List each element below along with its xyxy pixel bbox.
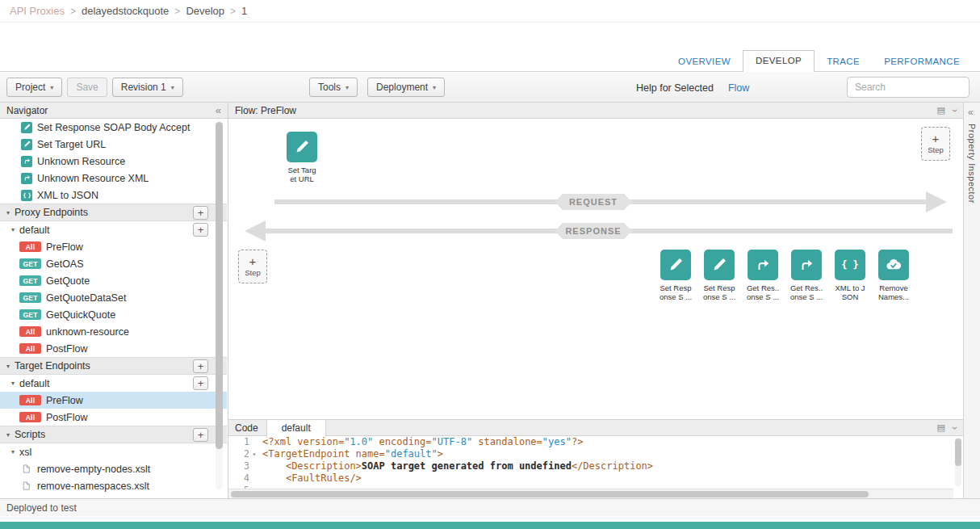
- nav-section-scripts[interactable]: ▾Scripts+: [0, 426, 227, 443]
- nav-flow-postflow[interactable]: AllPostFlow: [0, 340, 227, 357]
- code-tab-default[interactable]: default: [266, 420, 326, 437]
- response-label: RESPONSE: [555, 223, 632, 239]
- add-button[interactable]: +: [193, 376, 208, 390]
- property-inspector-label: Property Inspector: [967, 124, 977, 204]
- nav-flow-getquotedataset[interactable]: GETGetQuoteDataSet: [0, 289, 227, 306]
- navigator-scrollbar[interactable]: [216, 122, 223, 489]
- property-inspector-strip: « Property Inspector: [963, 103, 980, 498]
- chevron-down-icon: ▾: [50, 84, 53, 91]
- code-text: <FaultRules/>: [259, 472, 362, 485]
- nav-flow-preflow[interactable]: AllPreFlow: [0, 392, 227, 409]
- tools-menu-button[interactable]: Tools ▾: [309, 78, 358, 97]
- collapse-panel-icon[interactable]: ›: [949, 109, 961, 112]
- add-button[interactable]: +: [193, 206, 208, 220]
- pencil-icon[interactable]: [704, 250, 735, 280]
- nav-section-target-endpoints[interactable]: ▾Target Endpoints+: [0, 357, 227, 375]
- revision-menu-button[interactable]: Revision 1 ▾: [112, 78, 183, 97]
- nav-section-proxy-endpoints[interactable]: ▾Proxy Endpoints+: [0, 204, 227, 221]
- panel-layout-icon[interactable]: ▤: [937, 105, 945, 115]
- nav-flow-postflow[interactable]: AllPostFlow: [0, 409, 227, 426]
- flow-step-remove-names[interactable]: RemoveNames...: [872, 250, 915, 301]
- pencil-icon[interactable]: [660, 250, 691, 280]
- pencil-icon: [21, 139, 32, 150]
- nav-label: Unknown Resource: [37, 156, 125, 167]
- collapse-panel-icon[interactable]: ›: [949, 426, 961, 430]
- project-menu-button[interactable]: Project ▾: [6, 78, 62, 97]
- add-button[interactable]: +: [193, 223, 208, 237]
- code-header-icons: ▤ ›: [937, 422, 957, 434]
- nav-label: unknown-resource: [46, 326, 129, 338]
- callout-icon[interactable]: [748, 250, 778, 280]
- callout-icon[interactable]: [791, 250, 822, 280]
- search-input[interactable]: [847, 77, 970, 98]
- step-label: onse S ...: [741, 292, 785, 301]
- nav-file-remove-namespaces-xslt[interactable]: remove-namespaces.xslt: [0, 477, 227, 494]
- nav-policy-unknown-resource[interactable]: Unknown Resource: [0, 153, 227, 170]
- line-number: 4: [228, 472, 249, 485]
- nav-policy-set-response-soap-body-accept[interactable]: Set Response SOAP Body Accept: [0, 119, 227, 136]
- breadcrumb-item-delayedstockquote[interactable]: delayedstockquote: [82, 5, 169, 17]
- breadcrumb-item-1[interactable]: 1: [241, 5, 247, 17]
- nav-group-default[interactable]: ▾default+: [0, 221, 227, 238]
- flow-step-set-resp-onse-s[interactable]: Set Response S ...: [654, 250, 697, 301]
- nav-flow-preflow[interactable]: AllPreFlow: [0, 238, 227, 255]
- breadcrumb-separator: >: [70, 6, 76, 17]
- add-step-button[interactable]: + Step: [238, 250, 267, 283]
- step-label: et URL: [280, 174, 324, 183]
- breadcrumb-item-develop[interactable]: Develop: [186, 5, 224, 17]
- add-button[interactable]: +: [193, 428, 208, 442]
- step-label: Set Targ: [280, 166, 324, 174]
- deployment-menu-button[interactable]: Deployment ▾: [367, 78, 445, 97]
- collapse-navigator-icon[interactable]: «: [216, 104, 221, 116]
- panel-layout-icon[interactable]: ▤: [937, 422, 945, 433]
- flow-step-set-resp-onse-s[interactable]: Set Response S ...: [697, 250, 741, 301]
- braces-icon[interactable]: { }: [835, 250, 865, 280]
- nav-label: remove-namespaces.xslt: [37, 481, 149, 492]
- method-badge: GET: [19, 275, 41, 286]
- toolbar: Project ▾ Save Revision 1 ▾ Tools ▾ Depl…: [0, 72, 980, 103]
- nav-flow-getquickquote[interactable]: GETGetQuickQuote: [0, 306, 227, 323]
- breadcrumb-separator: >: [230, 6, 236, 17]
- callout-icon: [21, 173, 32, 184]
- add-button[interactable]: +: [193, 359, 208, 373]
- nav-label: default: [19, 225, 50, 236]
- status-bar: Deployed to test: [0, 498, 980, 516]
- add-step-button[interactable]: + Step: [921, 127, 950, 161]
- flow-step-get-res-onse-s[interactable]: Get Res..onse S ...: [785, 250, 828, 301]
- flow-help-link[interactable]: Flow: [728, 82, 749, 94]
- nav-policy-unknown-resource-xml[interactable]: Unknown Resource XML: [0, 170, 227, 187]
- save-button[interactable]: Save: [67, 78, 107, 97]
- nav-label: PreFlow: [46, 395, 83, 406]
- code-panel-title: Code: [235, 422, 258, 434]
- nav-file-remove-empty-nodes-xslt[interactable]: remove-empty-nodes.xslt: [0, 460, 227, 477]
- navigator-panel: Navigator « Set Response SOAP Body Accep…: [0, 103, 228, 498]
- cloud-check-icon[interactable]: [878, 250, 909, 280]
- flow-step-get-res-onse-s[interactable]: Get Res..onse S ...: [741, 250, 785, 301]
- fold-marker[interactable]: ▾: [249, 448, 259, 460]
- tab-overview[interactable]: OVERVIEW: [666, 51, 743, 72]
- flow-step-xml-to-j-son[interactable]: { }XML to JSON: [828, 250, 872, 301]
- braces-icon: { }: [21, 190, 32, 201]
- scrollbar-thumb[interactable]: [216, 122, 223, 449]
- code-vertical-scrollbar[interactable]: [955, 438, 961, 486]
- breadcrumb-item-api-proxies[interactable]: API Proxies: [10, 5, 65, 17]
- tab-trace[interactable]: TRACE: [815, 51, 872, 72]
- nav-policy-xml-to-json[interactable]: { }XML to JSON: [0, 187, 227, 204]
- nav-policy-set-target-url[interactable]: Set Target URL: [0, 136, 227, 153]
- nav-flow-unknown-resource[interactable]: Allunknown-resource: [0, 323, 227, 340]
- scrollbar-thumb[interactable]: [231, 491, 869, 498]
- nav-flow-getquote[interactable]: GETGetQuote: [0, 272, 227, 289]
- scrollbar-thumb[interactable]: [955, 439, 961, 466]
- nav-group-xsl[interactable]: ▾xsl: [0, 443, 227, 460]
- tab-develop[interactable]: DEVELOP: [743, 50, 815, 72]
- pencil-icon[interactable]: [287, 132, 317, 162]
- nav-group-default[interactable]: ▾default+: [0, 375, 227, 392]
- file-icon: [21, 481, 32, 492]
- code-horizontal-scrollbar[interactable]: [228, 489, 953, 498]
- nav-label: Scripts: [15, 429, 45, 440]
- tab-performance[interactable]: PERFORMANCE: [872, 51, 972, 72]
- help-for-selected-group: Help for Selected Flow: [636, 82, 749, 94]
- expand-property-inspector-icon[interactable]: «: [968, 107, 974, 118]
- nav-flow-getoas[interactable]: GETGetOAS: [0, 255, 227, 272]
- flow-step-set-targ-et-url[interactable]: Set Target URL: [280, 132, 324, 183]
